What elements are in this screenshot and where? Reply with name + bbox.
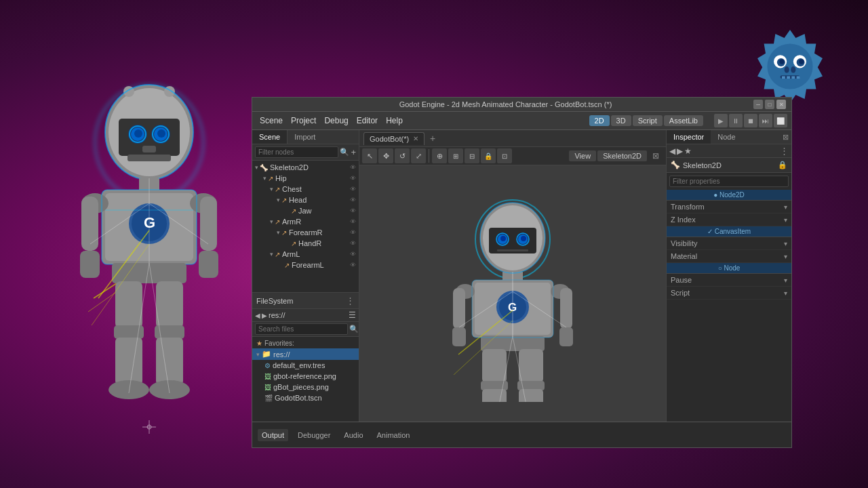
prop-zindex[interactable]: Z Index ▾ <box>667 214 791 226</box>
tree-item-forearmr[interactable]: ▾ ↗ ForearmR 👁 <box>252 227 359 238</box>
tree-item-handr[interactable]: ↗ HandR 👁 <box>252 238 359 249</box>
canvasitem-tag: ✓ CanvasItem <box>667 226 791 237</box>
fs-favorites-label: ★ Favorites: <box>252 338 359 348</box>
prop-script[interactable]: Script ▾ <box>667 287 791 300</box>
scene-section: Scene Import 🔍 + ▾ 🦴 Skeleton2D <box>252 130 359 293</box>
close-button[interactable]: ✕ <box>776 100 786 109</box>
mode-script[interactable]: Script <box>633 115 663 126</box>
menu-scene[interactable]: Scene <box>256 115 286 127</box>
step-button[interactable]: ⏭ <box>759 114 772 127</box>
svg-rect-98 <box>519 389 543 402</box>
pause-button[interactable]: ⏸ <box>729 114 743 127</box>
skeleton2d-button[interactable]: Skeleton2D <box>597 150 647 161</box>
fs-search-icon: 🔍 <box>349 325 359 333</box>
tree-item-jaw[interactable]: ↗ Jaw 👁 <box>252 205 359 216</box>
add-tab-button[interactable]: + <box>426 131 439 145</box>
fs-back-icon[interactable]: ◀ <box>255 312 260 319</box>
svg-rect-28 <box>142 146 156 152</box>
svg-point-74 <box>500 236 506 241</box>
svg-point-25 <box>157 129 165 138</box>
viewport-tab-godotbot[interactable]: GodotBot(*) ✕ <box>363 132 425 145</box>
lock-icon[interactable]: 🔒 <box>778 161 787 169</box>
tree-item-forearml[interactable]: ↗ ForearmL 👁 <box>252 260 359 270</box>
material-label: Material <box>671 252 784 260</box>
hip-label: Hip <box>275 174 287 182</box>
filesystem-section: FileSystem ⋮ ◀ ▶ res:// ☰ 🔍 <box>252 293 359 422</box>
tab-scene[interactable]: Scene <box>252 130 288 144</box>
prop-visibility[interactable]: Visibility ▾ <box>667 237 791 250</box>
menu-editor[interactable]: Editor <box>353 115 381 127</box>
filesystem-title: FileSystem <box>256 297 346 305</box>
tree-item-head[interactable]: ▾ ↗ Head 👁 <box>252 195 359 205</box>
tree-item-chest[interactable]: ▾ ↗ Chest 👁 <box>252 184 359 195</box>
fs-item-gbot-ref[interactable]: 🖼 gbot-reference.png <box>252 371 359 382</box>
vp-group[interactable]: ⊡ <box>497 148 512 163</box>
svg-rect-91 <box>481 336 545 351</box>
tree-item-arml[interactable]: ▾ ↗ ArmL 👁 <box>252 249 359 260</box>
tab-import[interactable]: Import <box>288 130 322 144</box>
inspector-menu-icon[interactable]: ⋮ <box>780 146 789 156</box>
bottom-tab-output[interactable]: Output <box>258 429 288 441</box>
tree-item-hip[interactable]: ▾ ↗ Hip 👁 <box>252 173 359 184</box>
expand-button[interactable]: ⬜ <box>774 114 787 127</box>
fs-default-env-label: default_env.tres <box>273 361 325 369</box>
mode-3d[interactable]: 3D <box>611 115 631 126</box>
tab-inspector[interactable]: Inspector <box>667 130 711 144</box>
filesystem-tree: ★ Favorites: ▾ 📁 res:// ⚙ default_env.tr… <box>252 337 359 422</box>
filesystem-search-input[interactable] <box>255 323 348 335</box>
bottom-tab-debugger[interactable]: Debugger <box>294 429 334 441</box>
viewport-canvas[interactable]: G <box>359 165 666 422</box>
viewport-robot: G <box>421 185 604 402</box>
minimize-button[interactable]: ─ <box>753 100 763 109</box>
title-bar: Godot Engine - 2d Mesh Animated Characte… <box>252 98 791 112</box>
search-icon: 🔍 <box>340 148 349 157</box>
vp-expand-icon[interactable]: ⊠ <box>648 148 663 163</box>
menu-help[interactable]: Help <box>382 115 406 127</box>
menu-debug[interactable]: Debug <box>321 115 351 127</box>
fs-gbot-ref-label: gbot-reference.png <box>273 372 336 380</box>
left-panel: Scene Import 🔍 + ▾ 🦴 Skeleton2D <box>252 130 359 422</box>
vp-smart-snap[interactable]: ⊟ <box>465 148 479 163</box>
svg-rect-48 <box>115 281 142 329</box>
history-back-icon[interactable]: ◀ <box>669 146 675 156</box>
vp-pivot-tool[interactable]: ⊕ <box>432 148 447 163</box>
filter-properties-input[interactable] <box>669 176 789 187</box>
stop-button[interactable]: ⏹ <box>744 114 757 127</box>
vp-rotate-tool[interactable]: ↺ <box>395 148 410 163</box>
view-button[interactable]: View <box>569 150 596 161</box>
tab-node[interactable]: Node <box>711 130 742 144</box>
prop-transform[interactable]: Transform ▾ <box>667 201 791 214</box>
vp-scale-tool[interactable]: ⤢ <box>411 148 426 163</box>
svg-rect-12 <box>791 76 795 79</box>
vp-select-tool[interactable]: ↖ <box>362 148 377 163</box>
favorites-icon[interactable]: ★ <box>684 146 692 156</box>
vp-grid-snap[interactable]: ⊞ <box>448 148 463 163</box>
fs-item-gbot-pieces[interactable]: 🖼 gBot_pieces.png <box>252 382 359 392</box>
bottom-tab-audio[interactable]: Audio <box>340 429 367 441</box>
mode-2d[interactable]: 2D <box>589 115 610 126</box>
prop-pause[interactable]: Pause ▾ <box>667 274 791 287</box>
svg-rect-10 <box>782 76 785 79</box>
filter-nodes-input[interactable] <box>255 146 338 158</box>
svg-rect-50 <box>115 338 142 385</box>
tree-item-skeleton2d[interactable]: ▾ 🦴 Skeleton2D 👁 <box>252 162 359 173</box>
inspector-expand-icon[interactable]: ⊠ <box>780 131 791 143</box>
filesystem-menu-icon[interactable]: ⋮ <box>346 296 355 306</box>
vp-move-tool[interactable]: ✥ <box>378 148 393 163</box>
fs-forward-icon[interactable]: ▶ <box>262 312 267 319</box>
vp-lock[interactable]: 🔒 <box>481 148 496 163</box>
fs-item-godotbot-tscn[interactable]: 🎬 GodotBot.tscn <box>252 392 359 403</box>
add-node-icon[interactable]: + <box>351 147 356 157</box>
history-forward-icon[interactable]: ▶ <box>677 146 683 156</box>
close-tab-icon[interactable]: ✕ <box>413 135 418 142</box>
prop-material[interactable]: Material ▾ <box>667 250 791 263</box>
menu-project[interactable]: Project <box>288 115 319 127</box>
fs-layout-icon[interactable]: ☰ <box>349 310 356 320</box>
fs-item-root[interactable]: ▾ 📁 res:// <box>252 348 359 360</box>
maximize-button[interactable]: □ <box>765 100 774 109</box>
bottom-tab-animation[interactable]: Animation <box>373 429 414 441</box>
tree-item-armr[interactable]: ▾ ↗ ArmR 👁 <box>252 216 359 227</box>
fs-item-default-env[interactable]: ⚙ default_env.tres <box>252 360 359 371</box>
play-button[interactable]: ▶ <box>714 114 728 127</box>
mode-assetlib[interactable]: AssetLib <box>664 115 703 126</box>
